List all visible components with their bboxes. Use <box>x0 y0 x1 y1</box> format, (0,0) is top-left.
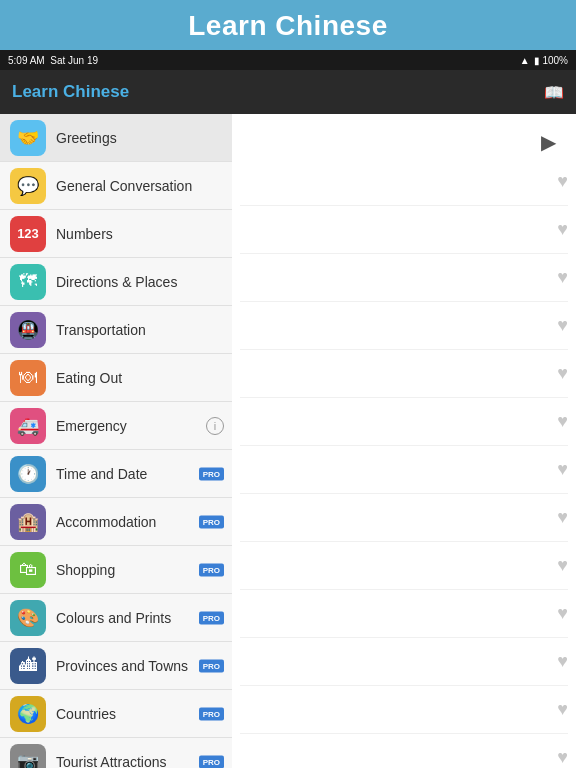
app-title: Learn Chinese <box>0 10 576 42</box>
menu-item-greetings[interactable]: 🤝Greetings <box>0 114 232 162</box>
greetings-label: Greetings <box>56 130 222 146</box>
numbers-label: Numbers <box>56 226 222 242</box>
provinces-towns-icon: 🏙 <box>10 648 46 684</box>
heart-icon[interactable]: ♥ <box>557 651 568 672</box>
status-bar: 5:09 AM Sat Jun 19 ▲ ▮ 100% <box>0 50 576 70</box>
accommodation-label: Accommodation <box>56 514 222 530</box>
heart-icon[interactable]: ♥ <box>557 699 568 720</box>
time-and-date-icon: 🕐 <box>10 456 46 492</box>
status-time: 5:09 AM Sat Jun 19 <box>8 55 98 66</box>
heart-list: ♥♥♥♥♥♥♥♥♥♥♥♥♥ <box>232 158 576 768</box>
menu-item-colours-prints[interactable]: 🎨Colours and PrintsPRO <box>0 594 232 642</box>
eating-out-label: Eating Out <box>56 370 222 386</box>
shopping-label: Shopping <box>56 562 222 578</box>
heart-row: ♥ <box>240 302 568 350</box>
menu-item-directions-places[interactable]: 🗺Directions & Places <box>0 258 232 306</box>
heart-icon[interactable]: ♥ <box>557 267 568 288</box>
greetings-icon: 🤝 <box>10 120 46 156</box>
transportation-icon: 🚇 <box>10 312 46 348</box>
menu-item-provinces-towns[interactable]: 🏙Provinces and TownsPRO <box>0 642 232 690</box>
heart-icon[interactable]: ♥ <box>557 315 568 336</box>
heart-icon[interactable]: ♥ <box>557 603 568 624</box>
app-title-bar: Learn Chinese <box>0 0 576 50</box>
countries-pro-badge: PRO <box>199 707 224 720</box>
heart-row: ♥ <box>240 398 568 446</box>
heart-row: ♥ <box>240 734 568 768</box>
heart-row: ♥ <box>240 542 568 590</box>
heart-row: ♥ <box>240 590 568 638</box>
countries-icon: 🌍 <box>10 696 46 732</box>
heart-row: ♥ <box>240 686 568 734</box>
menu-item-numbers[interactable]: 123Numbers <box>0 210 232 258</box>
play-button[interactable]: ▶ <box>532 126 564 158</box>
heart-icon[interactable]: ♥ <box>557 411 568 432</box>
menu-item-eating-out[interactable]: 🍽Eating Out <box>0 354 232 402</box>
book-icon[interactable]: 📖 <box>544 83 564 102</box>
menu-item-emergency[interactable]: 🚑Emergencyi <box>0 402 232 450</box>
right-panel: ▶ ♥♥♥♥♥♥♥♥♥♥♥♥♥ <box>232 114 576 768</box>
emergency-info-badge[interactable]: i <box>206 417 224 435</box>
countries-label: Countries <box>56 706 222 722</box>
nav-bar-right: 📖 <box>544 83 564 102</box>
heart-icon[interactable]: ♥ <box>557 459 568 480</box>
emergency-label: Emergency <box>56 418 222 434</box>
time-and-date-label: Time and Date <box>56 466 222 482</box>
heart-icon[interactable]: ♥ <box>557 507 568 528</box>
provinces-towns-label: Provinces and Towns <box>56 658 222 674</box>
nav-bar: Learn Chinese 📖 <box>0 70 576 114</box>
eating-out-icon: 🍽 <box>10 360 46 396</box>
heart-icon[interactable]: ♥ <box>557 363 568 384</box>
heart-icon[interactable]: ♥ <box>557 219 568 240</box>
emergency-icon: 🚑 <box>10 408 46 444</box>
status-right: ▲ ▮ 100% <box>520 55 568 66</box>
heart-row: ♥ <box>240 494 568 542</box>
menu-item-tourist-attractions[interactable]: 📷Tourist AttractionsPRO <box>0 738 232 768</box>
heart-row: ♥ <box>240 254 568 302</box>
heart-icon[interactable]: ♥ <box>557 555 568 576</box>
wifi-icon: ▲ <box>520 55 530 66</box>
menu-item-general-conversation[interactable]: 💬General Conversation <box>0 162 232 210</box>
colours-prints-icon: 🎨 <box>10 600 46 636</box>
menu-item-time-and-date[interactable]: 🕐Time and DatePRO <box>0 450 232 498</box>
numbers-icon: 123 <box>10 216 46 252</box>
main-content: 🤝Greetings💬General Conversation123Number… <box>0 114 576 768</box>
colours-prints-label: Colours and Prints <box>56 610 222 626</box>
tourist-attractions-label: Tourist Attractions <box>56 754 222 769</box>
menu-item-countries[interactable]: 🌍CountriesPRO <box>0 690 232 738</box>
menu-item-accommodation[interactable]: 🏨AccommodationPRO <box>0 498 232 546</box>
menu-list: 🤝Greetings💬General Conversation123Number… <box>0 114 232 768</box>
battery-icon: ▮ 100% <box>534 55 568 66</box>
colours-prints-pro-badge: PRO <box>199 611 224 624</box>
directions-places-icon: 🗺 <box>10 264 46 300</box>
general-conversation-label: General Conversation <box>56 178 222 194</box>
shopping-icon: 🛍 <box>10 552 46 588</box>
heart-row: ♥ <box>240 638 568 686</box>
accommodation-icon: 🏨 <box>10 504 46 540</box>
directions-places-label: Directions & Places <box>56 274 222 290</box>
accommodation-pro-badge: PRO <box>199 515 224 528</box>
heart-row: ♥ <box>240 158 568 206</box>
nav-title: Learn Chinese <box>12 82 129 102</box>
shopping-pro-badge: PRO <box>199 563 224 576</box>
tourist-attractions-icon: 📷 <box>10 744 46 769</box>
heart-row: ♥ <box>240 206 568 254</box>
time-and-date-pro-badge: PRO <box>199 467 224 480</box>
tourist-attractions-pro-badge: PRO <box>199 755 224 768</box>
heart-icon[interactable]: ♥ <box>557 747 568 768</box>
heart-row: ♥ <box>240 446 568 494</box>
menu-item-transportation[interactable]: 🚇Transportation <box>0 306 232 354</box>
transportation-label: Transportation <box>56 322 222 338</box>
heart-icon[interactable]: ♥ <box>557 171 568 192</box>
heart-row: ♥ <box>240 350 568 398</box>
provinces-towns-pro-badge: PRO <box>199 659 224 672</box>
general-conversation-icon: 💬 <box>10 168 46 204</box>
menu-item-shopping[interactable]: 🛍ShoppingPRO <box>0 546 232 594</box>
